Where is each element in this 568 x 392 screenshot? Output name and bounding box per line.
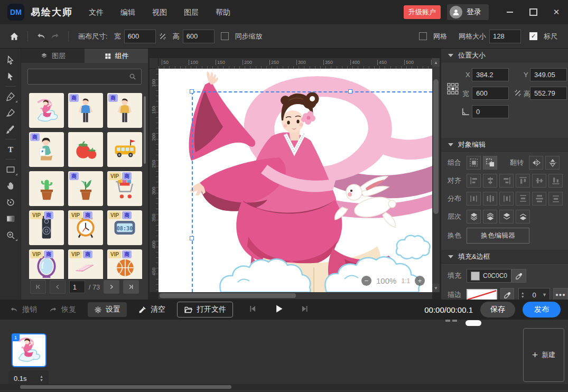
next-page-button[interactable] (104, 280, 119, 294)
close-button[interactable]: ✕ (545, 0, 568, 24)
fill-color-button[interactable]: C0C0C0 (467, 269, 511, 283)
component-fairy[interactable] (29, 93, 64, 128)
section-object-edit[interactable]: 对象编辑 (441, 138, 568, 152)
redo-button[interactable] (48, 30, 62, 43)
section-position-size[interactable]: 位置大小 (441, 49, 568, 62)
stroke-none-swatch[interactable] (467, 289, 497, 300)
bring-forward-button[interactable] (499, 210, 514, 223)
zoom-in-button[interactable]: + (415, 276, 425, 286)
login-button[interactable]: 登录 (447, 4, 489, 20)
first-page-button[interactable] (30, 280, 46, 294)
new-frame-button[interactable]: + 新建 (523, 328, 564, 382)
text-tool[interactable]: T (1, 141, 20, 157)
scroll-down-icon[interactable]: ▼ (432, 284, 440, 292)
component-cactus[interactable] (29, 171, 64, 206)
gradient-tool[interactable] (1, 210, 20, 227)
timeline-scrollbar[interactable] (0, 384, 568, 390)
grid-size-input[interactable] (489, 30, 521, 43)
distribute-left-button[interactable] (467, 192, 481, 206)
minimize-button[interactable] (498, 0, 522, 24)
stroke-more-button[interactable]: ●●● (553, 288, 568, 300)
rotation-input[interactable] (472, 105, 509, 118)
tab-components[interactable]: 组件 (85, 49, 148, 63)
fill-eyedropper-button[interactable] (511, 269, 526, 283)
align-center-h-button[interactable] (483, 174, 497, 188)
component-alarm-clock[interactable]: VIP商 (68, 210, 103, 245)
zoom-out-button[interactable]: − (361, 276, 371, 286)
height-input[interactable] (530, 87, 567, 100)
flip-horizontal-button[interactable] (529, 156, 543, 170)
align-top-button[interactable] (516, 174, 530, 188)
select-tool[interactable] (1, 52, 20, 68)
section-fill-border[interactable]: 填充&边框 (441, 250, 568, 264)
hand-tool[interactable] (1, 178, 20, 194)
x-input[interactable] (472, 68, 509, 81)
chevron-down-icon[interactable]: ▼ (542, 292, 550, 297)
scroll-up-icon[interactable]: ▲ (432, 58, 440, 67)
menu-item[interactable]: 编辑 (112, 0, 144, 24)
send-backward-button[interactable] (516, 210, 530, 223)
selection-handle-top-center[interactable] (348, 89, 352, 94)
grid-checkbox[interactable] (419, 32, 427, 40)
unlink-ratio-icon[interactable] (156, 30, 170, 43)
maximize-button[interactable] (522, 0, 545, 24)
send-to-back-button[interactable] (483, 210, 497, 223)
duration-stepper-icon[interactable]: ▲▼ (40, 375, 43, 382)
selection-handle-top-left[interactable] (190, 89, 194, 94)
open-file-button[interactable]: 打开文件 (177, 302, 233, 318)
distribute-right-button[interactable] (499, 192, 514, 206)
pen-tool[interactable] (1, 88, 20, 105)
selection-handle-middle-left[interactable] (190, 236, 194, 240)
canvas-height-input[interactable] (183, 30, 215, 43)
component-potted-plant[interactable]: 商 (68, 171, 103, 206)
component-man-blue[interactable]: 商 (68, 93, 103, 128)
vertical-scroll-thumb[interactable] (433, 79, 439, 214)
anchor-point-grid-icon[interactable] (446, 82, 459, 95)
panel-toggle-switch[interactable] (465, 320, 481, 326)
distribute-bottom-button[interactable] (548, 192, 563, 206)
component-grid-scrollbar[interactable] (144, 96, 146, 164)
component-speaker[interactable]: VIP商 (29, 210, 64, 245)
flip-vertical-button[interactable] (545, 156, 560, 170)
settings-button[interactable]: 设置 (88, 302, 127, 317)
undo-bottom-button[interactable]: 撤销 (10, 305, 37, 314)
zoom-tool[interactable] (1, 227, 20, 243)
rectangle-tool[interactable] (1, 161, 20, 178)
align-middle-v-button[interactable] (532, 174, 546, 188)
drawing-canvas[interactable]: − 100% 1:1 + (159, 69, 432, 292)
component-tomatoes[interactable] (68, 132, 103, 167)
component-basketball[interactable]: VIP商 (107, 249, 142, 279)
rotate-tool[interactable] (1, 194, 20, 210)
sync-scale-checkbox[interactable] (221, 32, 229, 40)
component-mirror[interactable]: VIP商 (29, 249, 64, 279)
redo-bottom-button[interactable]: 恢复 (49, 305, 76, 314)
component-shopping-cart[interactable]: VIP商 (107, 171, 142, 206)
undo-button[interactable] (34, 30, 48, 43)
menu-item[interactable]: 图层 (175, 0, 207, 24)
publish-button[interactable]: 发布 (523, 302, 561, 318)
distribute-top-button[interactable] (516, 192, 530, 206)
canvas-width-input[interactable] (124, 30, 156, 43)
recolor-editor-button[interactable]: 换色编辑器 (467, 228, 529, 244)
y-input[interactable] (530, 68, 567, 81)
search-input[interactable] (32, 72, 128, 81)
component-man-yellow[interactable]: 商 (107, 93, 142, 128)
bring-to-front-button[interactable] (467, 210, 481, 223)
horizontal-scroll-thumb[interactable] (160, 293, 296, 298)
page-input[interactable] (69, 281, 85, 293)
stroke-width-stepper[interactable]: ▲▼ 0 ▼ (518, 288, 550, 300)
timeline-scroll-thumb[interactable] (20, 385, 231, 389)
save-button[interactable]: 保存 (480, 302, 515, 318)
menu-item[interactable]: 视图 (144, 0, 175, 24)
prev-page-button[interactable] (50, 280, 66, 294)
last-page-button[interactable] (123, 280, 139, 294)
tab-layers[interactable]: 图层 (21, 49, 85, 63)
next-frame-button[interactable] (300, 304, 310, 315)
timeline-frame-1[interactable]: 1 (12, 333, 46, 367)
distribute-middle-v-button[interactable] (532, 192, 546, 206)
clear-button[interactable]: 清空 (138, 305, 165, 314)
prev-frame-button[interactable] (247, 304, 257, 315)
freeform-pen-tool[interactable] (1, 105, 20, 121)
component-woman-kneeling[interactable]: 商 (29, 132, 64, 167)
align-left-button[interactable] (467, 174, 481, 188)
